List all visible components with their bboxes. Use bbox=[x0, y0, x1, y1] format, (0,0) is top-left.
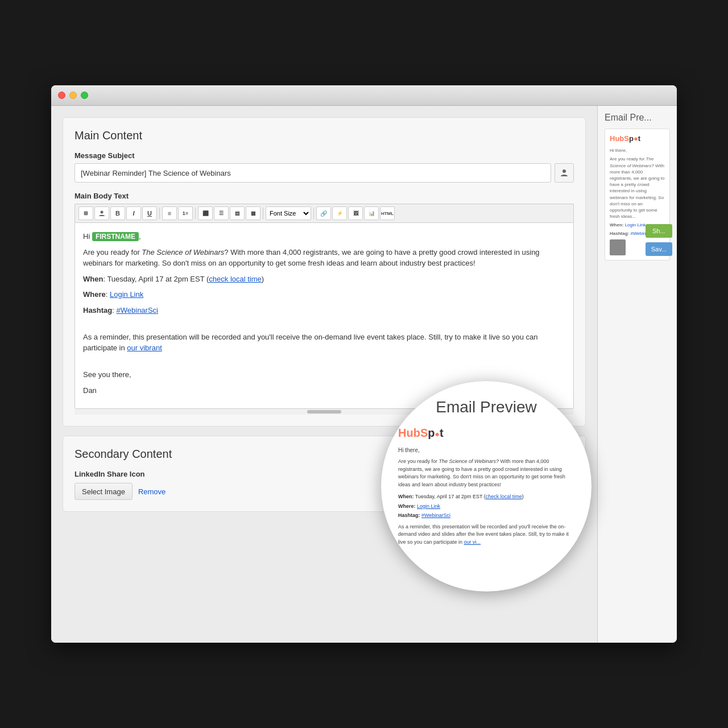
side-hubspot-logo: HubSp●t bbox=[610, 134, 665, 144]
subject-row bbox=[75, 163, 574, 183]
side-panel: Email Pre... HubSp●t Hi there, Are you r… bbox=[597, 106, 677, 643]
save-button[interactable]: Sav... bbox=[646, 242, 672, 256]
grid-button[interactable]: ⊞ bbox=[78, 206, 93, 220]
link-button[interactable]: 🔗 bbox=[316, 206, 331, 220]
select-image-button[interactable]: Select Image bbox=[75, 483, 133, 500]
chart-button[interactable]: 📊 bbox=[364, 206, 379, 220]
maximize-button[interactable] bbox=[81, 92, 88, 99]
share-button[interactable]: Sh... bbox=[646, 224, 672, 238]
zoom-login-link[interactable]: Login Link bbox=[417, 503, 440, 509]
person-icon bbox=[560, 168, 569, 177]
when-line: When: Tuesday, April 17 at 2pm EST (chec… bbox=[83, 274, 565, 285]
align-justify-button[interactable]: ▦ bbox=[246, 206, 260, 220]
align-left-button[interactable]: ⬛ bbox=[198, 206, 213, 220]
minimize-button[interactable] bbox=[69, 92, 77, 99]
unordered-list-button[interactable]: ≡ bbox=[162, 206, 177, 220]
zoom-hi-there: Hi there, bbox=[398, 446, 574, 454]
titlebar bbox=[51, 85, 677, 106]
zoom-when: When: Tuesday, April 17 at 2pm EST (chec… bbox=[398, 493, 574, 501]
reminder-paragraph: As a reminder, this presentation will be… bbox=[83, 332, 565, 354]
html-button[interactable]: HTML bbox=[380, 206, 395, 220]
align-center-button[interactable]: ☰ bbox=[214, 206, 229, 220]
side-actions: Sh... Sav... bbox=[641, 220, 677, 260]
image-button[interactable]: 🖼 bbox=[348, 206, 363, 220]
greeting-comma: , bbox=[139, 232, 141, 241]
separator-1 bbox=[159, 208, 160, 219]
body-paragraph-1: Are you ready for The Science of Webinar… bbox=[83, 247, 565, 269]
greeting-text: Hi bbox=[83, 232, 92, 241]
zoom-where: Where: Login Link bbox=[398, 503, 574, 511]
remove-link[interactable]: Remove bbox=[138, 487, 166, 496]
firstname-token: FIRSTNAME bbox=[92, 232, 139, 241]
side-panel-title: Email Pre... bbox=[605, 113, 670, 123]
zoom-hashtag: Hashtag: #WebinarSci bbox=[398, 512, 574, 520]
bold-button[interactable]: B bbox=[110, 206, 125, 220]
zoom-label: Email Preview bbox=[398, 398, 574, 416]
login-link[interactable]: Login Link bbox=[110, 290, 143, 299]
editor-toolbar: ⊞ B I U ≡ 1≡ ⬛ ☰ ▤ bbox=[75, 204, 574, 222]
unlink-button[interactable]: ⚡ bbox=[332, 206, 347, 220]
toolbar-person-icon bbox=[98, 210, 105, 217]
svg-point-0 bbox=[562, 169, 566, 173]
ordered-list-button[interactable]: 1≡ bbox=[178, 206, 193, 220]
font-size-select[interactable]: Font Size 8pt 10pt 12pt 14pt bbox=[266, 206, 311, 220]
see-you-text: See you there, bbox=[83, 369, 565, 380]
zoom-body-text: Are you ready for The Science of Webinar… bbox=[398, 458, 574, 489]
zoom-hashtag-link[interactable]: #WebinarSci bbox=[421, 512, 450, 518]
side-preview-body: Are you ready for The Science of Webinar… bbox=[610, 156, 665, 220]
where-line: Where: Login Link bbox=[83, 289, 565, 300]
body-label: Main Body Text bbox=[75, 192, 574, 200]
separator-2 bbox=[195, 208, 196, 219]
email-preview-overlay: Email Preview HubSp●t Hi there, Are you … bbox=[381, 381, 592, 592]
zoom-hubspot-logo: HubSp●t bbox=[398, 424, 574, 441]
side-preview-avatar bbox=[610, 239, 626, 255]
traffic-lights bbox=[58, 92, 88, 99]
side-preview-hi: Hi there, bbox=[610, 147, 665, 154]
main-content-section: Main Content Message Subject Main Body T… bbox=[63, 117, 586, 427]
zoom-content: HubSp●t Hi there, Are you ready for The … bbox=[398, 424, 574, 546]
hashtag-link[interactable]: #WebinarSci bbox=[117, 306, 158, 315]
check-local-time-link[interactable]: check local time bbox=[209, 275, 261, 283]
subject-input[interactable] bbox=[75, 163, 551, 183]
zoom-our-vi-link[interactable]: our vi... bbox=[464, 539, 481, 545]
separator-3 bbox=[263, 208, 263, 219]
scrollbar-thumb bbox=[307, 410, 341, 413]
hashtag-line: Hashtag: #WebinarSci bbox=[83, 305, 565, 316]
align-right-button[interactable]: ▤ bbox=[230, 206, 245, 220]
subject-label: Message Subject bbox=[75, 151, 574, 160]
person-button[interactable] bbox=[94, 206, 109, 220]
vibrant-link[interactable]: our vibrant bbox=[127, 344, 162, 352]
personalize-button[interactable] bbox=[555, 163, 574, 183]
editor-area[interactable]: Hi FIRSTNAME, Are you ready for The Scie… bbox=[75, 222, 574, 409]
main-content-title: Main Content bbox=[75, 129, 574, 142]
italic-button[interactable]: I bbox=[126, 206, 141, 220]
separator-4 bbox=[313, 208, 314, 219]
svg-point-1 bbox=[101, 211, 104, 214]
close-button[interactable] bbox=[58, 92, 65, 99]
zoom-check-time-link[interactable]: check local time bbox=[486, 494, 522, 499]
underline-button[interactable]: U bbox=[142, 206, 157, 220]
zoom-reminder: As a reminder, this presentation will be… bbox=[398, 523, 574, 547]
